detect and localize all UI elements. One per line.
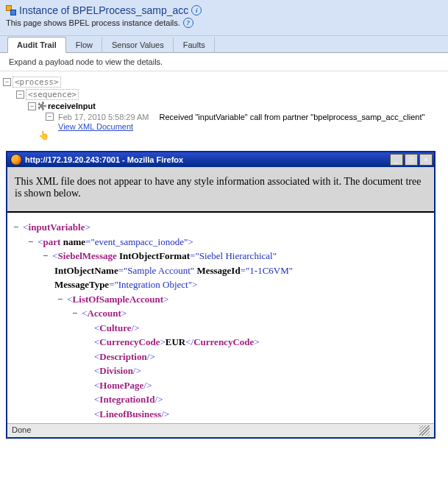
firefox-icon — [10, 154, 22, 166]
collapse-toggle[interactable]: − — [57, 292, 65, 307]
instruction-text: Expand a payload node to view the detail… — [0, 53, 448, 71]
xml-element: ListOfSampleAccount — [73, 294, 164, 305]
tab-audit-trail[interactable]: Audit Trail — [7, 37, 66, 53]
maximize-button[interactable]: □ — [405, 154, 418, 166]
xml-element: SiebelMessage — [58, 250, 117, 261]
window-titlebar[interactable]: http://172.19.20.243:7001 - Mozilla Fire… — [7, 152, 434, 167]
xml-element: IntegrationId — [99, 394, 154, 405]
collapse-icon[interactable]: − — [28, 102, 36, 110]
xml-element: inputVariable — [29, 222, 85, 233]
xml-attr-value: "Siebel Hierarchical" — [195, 250, 277, 261]
xml-viewer-window: http://172.19.20.243:7001 - Mozilla Fire… — [6, 151, 435, 439]
collapse-icon[interactable]: − — [16, 91, 24, 99]
tree-node-receive-input[interactable]: receiveInput — [48, 102, 96, 110]
xml-element: CurrencyCode — [99, 336, 160, 347]
xml-element: part — [43, 236, 61, 247]
xml-attr-name: MessageType — [54, 279, 109, 290]
xml-element: Account — [88, 308, 121, 319]
event-message: Received "inputVariable" call from partn… — [160, 113, 425, 121]
xml-no-style-message: This XML file does not appear to have an… — [7, 167, 434, 213]
tab-flow[interactable]: Flow — [66, 37, 102, 53]
help-icon[interactable]: ? — [183, 18, 193, 28]
xml-attr-name: IntObjectName — [54, 265, 118, 276]
xml-element: HomePage — [99, 380, 143, 391]
close-button[interactable]: × — [419, 154, 433, 166]
xml-attr-value: "event_sampacc_ionode" — [90, 236, 188, 247]
xml-element: LineofBusiness — [99, 408, 161, 419]
tab-sensor-values[interactable]: Sensor Values — [102, 37, 174, 53]
tab-bar: Audit Trail Flow Sensor Values Faults — [0, 36, 448, 53]
process-instance-icon — [6, 5, 16, 15]
xml-element: Description — [99, 351, 146, 362]
xml-attr-name: IntObjectFormat — [119, 250, 190, 261]
tab-faults[interactable]: Faults — [174, 37, 215, 53]
audit-trail-tree: − <process> − <sequence> − receiveInput … — [0, 71, 448, 148]
page-subtitle: This page shows BPEL process instance de… — [6, 18, 180, 27]
activity-icon — [38, 102, 46, 110]
tree-node-process[interactable]: <process> — [13, 77, 61, 88]
view-xml-document-link[interactable]: View XML Document — [58, 122, 149, 131]
collapse-toggle[interactable]: − — [72, 306, 79, 321]
collapse-toggle[interactable]: − — [43, 249, 50, 263]
xml-element: Culture — [99, 322, 131, 333]
xml-attr-name: MessageId — [196, 265, 240, 276]
page-title: Instance of BPELProcess_samp_acc — [19, 4, 188, 16]
xml-element: Division — [99, 365, 133, 376]
collapse-toggle[interactable]: − — [13, 220, 21, 235]
window-title: http://172.19.20.243:7001 - Mozilla Fire… — [25, 155, 387, 164]
xml-text: EUR — [166, 336, 185, 347]
minimize-button[interactable]: _ — [390, 154, 403, 166]
xml-attr-value: "1-1C6VM" — [246, 265, 293, 276]
xml-attr-value: "Integration Object" — [114, 279, 192, 290]
info-icon[interactable]: i — [191, 5, 202, 15]
collapse-icon[interactable]: − — [46, 113, 54, 121]
collapse-toggle[interactable]: − — [28, 235, 35, 249]
tree-node-sequence[interactable]: <sequence> — [26, 89, 79, 100]
resize-grip-icon[interactable] — [419, 425, 430, 436]
event-timestamp: Feb 17, 2010 5:58:29 AM — [58, 113, 149, 121]
status-text: Done — [12, 425, 31, 436]
xml-attr-name: name — [63, 236, 85, 247]
xml-tree: − <inputVariable> − <part name="event_sa… — [7, 213, 434, 423]
mouse-cursor-icon: 👆 — [38, 130, 49, 141]
xml-attr-value: "Sample Account" — [124, 265, 194, 276]
collapse-icon[interactable]: − — [3, 78, 11, 86]
